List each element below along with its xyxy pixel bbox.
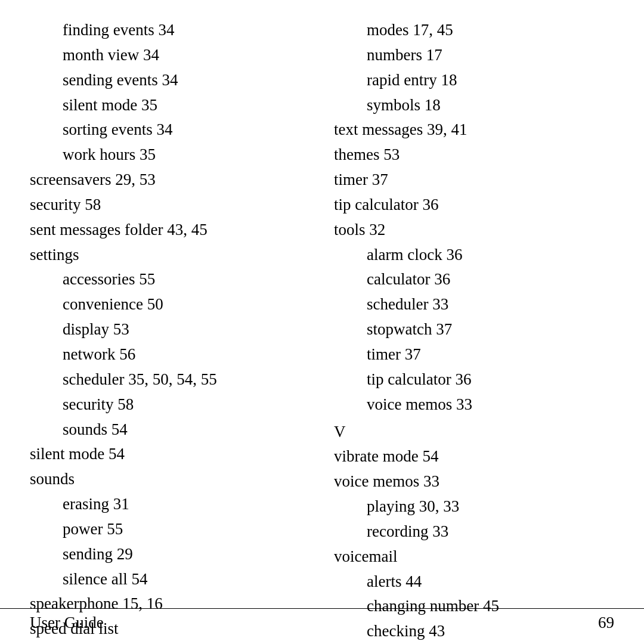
list-item: voice memos 33 <box>334 392 614 417</box>
list-item: voicemail <box>334 544 614 569</box>
list-item: playing 30, 33 <box>334 494 614 519</box>
list-item: sending events 34 <box>30 68 310 93</box>
list-item: symbols 18 <box>334 93 614 118</box>
content-columns: finding events 34month view 34sending ev… <box>30 18 614 561</box>
list-item: V <box>334 420 614 445</box>
footer: User Guide 69 <box>0 608 644 632</box>
page: finding events 34month view 34sending ev… <box>0 0 644 644</box>
list-item: scheduler 33 <box>334 292 614 317</box>
list-item: convenience 50 <box>30 292 310 317</box>
list-item: power 55 <box>30 517 310 542</box>
list-item: tip calculator 36 <box>334 193 614 218</box>
list-item: vibrate mode 54 <box>334 444 614 469</box>
list-item: security 58 <box>30 392 310 417</box>
list-item: calculator 36 <box>334 267 614 292</box>
list-item: numbers 17 <box>334 43 614 68</box>
list-item: sounds 54 <box>30 417 310 442</box>
list-item: themes 53 <box>334 143 614 168</box>
list-item: accessories 55 <box>30 267 310 292</box>
footer-page-number: 69 <box>598 614 614 632</box>
list-item: alarm clock 36 <box>334 243 614 268</box>
list-item: sounds <box>30 467 310 492</box>
list-item: stopwatch 37 <box>334 317 614 342</box>
list-item: sorting events 34 <box>30 117 310 143</box>
list-item: modes 17, 45 <box>334 18 614 43</box>
list-item: network 56 <box>30 342 310 367</box>
list-item: silent mode 54 <box>30 442 310 467</box>
footer-title: User Guide <box>30 614 104 632</box>
list-item: adding contact 26 <box>30 642 310 644</box>
list-item: voice memos 33 <box>334 469 614 494</box>
right-column: modes 17, 45numbers 17rapid entry 18symb… <box>322 18 614 561</box>
list-item: security 58 <box>30 193 310 218</box>
list-item: tools 32 <box>334 218 614 243</box>
list-item: settings <box>30 243 310 268</box>
list-item: erasing 31 <box>30 492 310 517</box>
list-item: display 53 <box>30 317 310 342</box>
list-item: tip calculator 36 <box>334 367 614 392</box>
left-column: finding events 34month view 34sending ev… <box>30 18 322 561</box>
list-item: timer 37 <box>334 342 614 367</box>
list-item: silent mode 35 <box>30 93 310 118</box>
list-item: silence all 54 <box>30 567 310 592</box>
list-item: alerts 44 <box>334 569 614 595</box>
list-item: timer 37 <box>334 168 614 193</box>
list-item: screensavers 29, 53 <box>30 168 310 193</box>
list-item: month view 34 <box>30 43 310 68</box>
list-item: work hours 35 <box>30 143 310 168</box>
list-item: sending 29 <box>30 542 310 567</box>
list-item: recording 33 <box>334 519 614 544</box>
list-item: finding events 34 <box>30 18 310 43</box>
list-item: sent messages folder 43, 45 <box>30 218 310 243</box>
list-item: rapid entry 18 <box>334 68 614 93</box>
list-item: scheduler 35, 50, 54, 55 <box>30 367 310 392</box>
list-item: text messages 39, 41 <box>334 117 614 143</box>
